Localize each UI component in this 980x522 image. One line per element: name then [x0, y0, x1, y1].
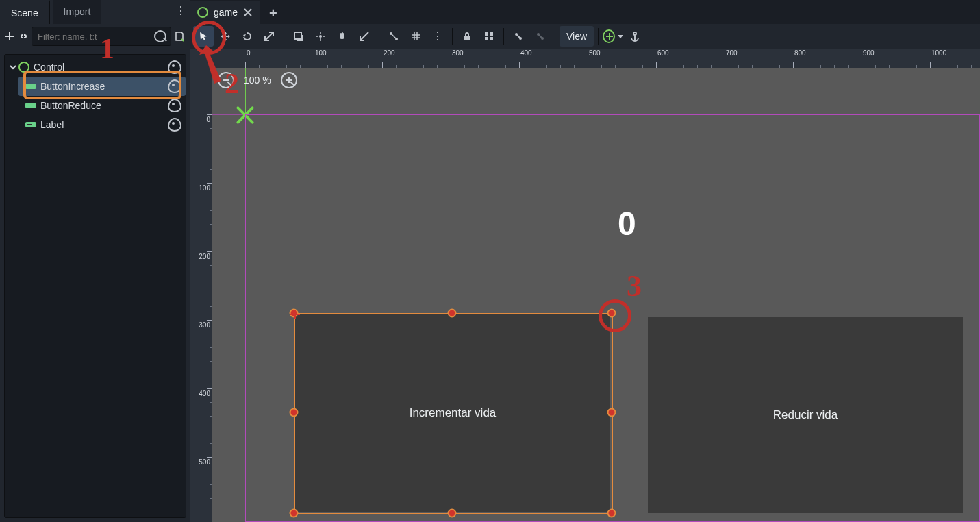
svg-rect-9: [485, 32, 488, 36]
tree-node-label[interactable]: Label: [18, 115, 186, 134]
button-text: Reducir vida: [773, 408, 838, 422]
select-mode-button[interactable]: [193, 26, 214, 47]
scene-icon: [197, 7, 208, 18]
svg-rect-8: [464, 36, 470, 40]
filter-input[interactable]: [36, 31, 154, 42]
lock-button[interactable]: [457, 26, 477, 47]
annotation-number-3: 3: [627, 269, 642, 303]
view-menu-button[interactable]: View: [560, 26, 594, 47]
pivot-button[interactable]: [310, 26, 331, 47]
ruler-corner: [190, 49, 213, 69]
scale-mode-button[interactable]: [259, 26, 279, 47]
selection-handle[interactable]: [448, 509, 457, 518]
selection-handle[interactable]: [448, 309, 457, 318]
tree-node-buttonincrease[interactable]: ButtonIncrease: [18, 77, 186, 96]
control-icon: [18, 62, 29, 73]
search-icon: [154, 30, 166, 42]
button-icon: [25, 82, 36, 90]
ruler-horizontal[interactable]: 010020030040050060070080090010001100: [212, 49, 980, 69]
scene-tree[interactable]: Control ButtonIncrease ButtonReduce Labe…: [4, 54, 186, 518]
zoom-value[interactable]: 100 %: [244, 75, 271, 86]
tab-import[interactable]: Import: [53, 0, 102, 24]
selection-handle[interactable]: [607, 309, 616, 318]
smart-snap-button[interactable]: [384, 26, 404, 47]
tab-scene[interactable]: Scene: [0, 0, 50, 25]
svg-rect-1: [25, 103, 36, 108]
rotate-mode-button[interactable]: [237, 26, 257, 47]
selection-handle[interactable]: [607, 509, 616, 518]
pan-mode-button[interactable]: [332, 26, 353, 47]
visibility-icon[interactable]: [168, 99, 181, 112]
svg-rect-10: [490, 32, 493, 36]
doc-tab-label: game: [214, 7, 238, 18]
canvas-node-label[interactable]: 0: [618, 205, 636, 243]
add-node-button[interactable]: [4, 27, 15, 45]
zoom-in-button[interactable]: [281, 72, 297, 88]
new-tab-button[interactable]: +: [263, 2, 284, 25]
tree-node-control[interactable]: Control: [5, 58, 186, 77]
chevron-down-icon: [618, 35, 623, 38]
move-mode-button[interactable]: [215, 26, 236, 47]
svg-point-5: [319, 35, 322, 38]
annotation-number-2: 2: [225, 67, 239, 100]
dock-menu-icon[interactable]: ⋮: [175, 5, 186, 16]
pivot-marker[interactable]: [290, 310, 300, 319]
svg-rect-3: [27, 124, 32, 125]
anchor-button[interactable]: [625, 26, 645, 47]
tree-label: ButtonReduce: [40, 100, 101, 111]
list-select-button[interactable]: [288, 26, 309, 47]
selection-handle[interactable]: [607, 408, 616, 417]
skeleton-disabled-button: [530, 26, 551, 47]
close-icon[interactable]: [243, 8, 253, 17]
svg-rect-0: [25, 84, 36, 89]
snap-options-icon[interactable]: ⋮: [427, 26, 448, 47]
ruler-vertical[interactable]: 0100200300400500600700: [190, 68, 213, 522]
svg-rect-4: [294, 32, 301, 39]
ruler-mode-button[interactable]: [354, 26, 375, 47]
annotation-number-1: 1: [100, 32, 114, 65]
svg-point-17: [633, 32, 636, 35]
canvas-viewport[interactable]: 010020030040050060070080090010001100 010…: [190, 49, 980, 522]
visibility-icon[interactable]: [168, 118, 181, 132]
tree-label: Label: [40, 119, 64, 130]
add-root-button[interactable]: [603, 26, 623, 47]
tree-label: ButtonIncrease: [40, 81, 105, 92]
selection-handle[interactable]: [290, 408, 299, 417]
button-text: Incrementar vida: [410, 406, 497, 420]
attach-script-button[interactable]: [174, 27, 185, 45]
canvas-node-buttonreduce[interactable]: Reducir vida: [648, 317, 963, 513]
doc-tab-game[interactable]: game: [190, 1, 260, 24]
tree-label: Control: [34, 62, 64, 73]
visibility-icon[interactable]: [168, 79, 181, 93]
canvas-node-buttonincrease[interactable]: Incrementar vida: [295, 314, 610, 512]
label-icon: [25, 121, 36, 129]
group-button[interactable]: [479, 26, 499, 47]
visibility-icon[interactable]: [168, 60, 181, 74]
svg-rect-12: [490, 37, 493, 40]
skeleton-button[interactable]: [508, 26, 529, 47]
link-scene-button[interactable]: [18, 27, 29, 45]
grid-snap-button[interactable]: [405, 26, 426, 47]
button-icon: [25, 101, 36, 110]
selection-handle[interactable]: [290, 509, 299, 518]
tree-node-buttonreduce[interactable]: ButtonReduce: [18, 96, 186, 115]
svg-rect-11: [485, 37, 488, 40]
